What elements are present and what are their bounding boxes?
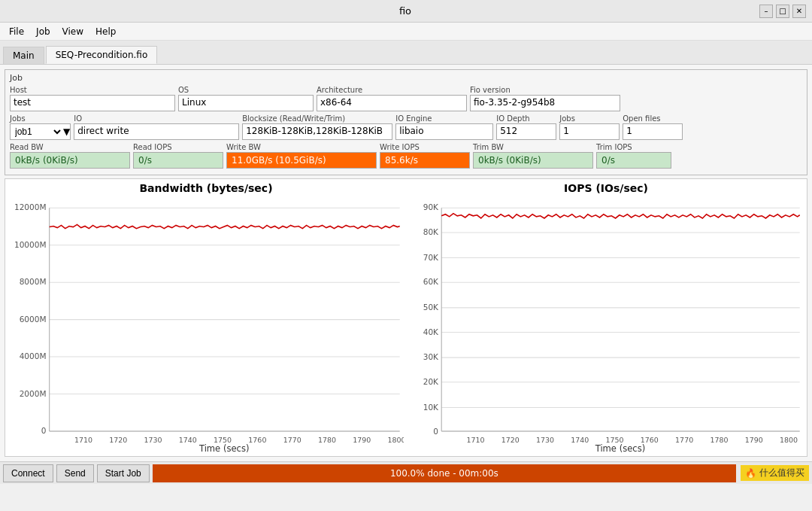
io-label: IO xyxy=(74,114,239,123)
svg-text:1730: 1730 xyxy=(536,436,554,444)
svg-text:1720: 1720 xyxy=(501,436,520,444)
svg-text:8000M: 8000M xyxy=(20,277,47,286)
jobs-dropdown-group: Jobs job1 ▼ xyxy=(10,114,71,140)
openfiles-group: Open files 1 xyxy=(623,114,683,140)
blocksize-group: Blocksize (Read/Write/Trim) 128KiB-128Ki… xyxy=(242,114,392,140)
iops-chart-title: IOPS (IOs/sec) xyxy=(564,182,648,194)
ioengine-input: libaio xyxy=(395,123,493,140)
fio-version-label: Fio version xyxy=(470,86,620,94)
svg-text:40K: 40K xyxy=(423,327,439,336)
svg-text:1790: 1790 xyxy=(745,436,763,444)
svg-text:0: 0 xyxy=(41,426,47,435)
svg-text:1780: 1780 xyxy=(710,436,728,444)
svg-text:12000M: 12000M xyxy=(14,202,47,211)
jobs2-input: 1 xyxy=(559,123,620,140)
svg-text:1760: 1760 xyxy=(248,436,266,444)
os-label: OS xyxy=(178,86,314,94)
field-row-2: Jobs job1 ▼ IO direct write Blocksize (R… xyxy=(10,114,802,140)
host-input: test xyxy=(10,95,175,111)
watermark-icon: 🔥 xyxy=(745,468,756,479)
svg-text:1790: 1790 xyxy=(353,436,371,444)
svg-text:1800: 1800 xyxy=(388,436,404,444)
svg-text:1730: 1730 xyxy=(144,436,162,444)
status-text: 100.0% done - 00m:00s xyxy=(390,468,498,479)
iodepth-label: IO Depth xyxy=(496,114,556,123)
write-bw-value: 11.0GB/s (10.5GiB/s) xyxy=(226,152,377,169)
svg-text:70K: 70K xyxy=(423,253,439,262)
os-input: Linux xyxy=(178,95,314,111)
stats-row: Read BW 0kB/s (0KiB/s) Read IOPS 0/s Wri… xyxy=(10,143,802,169)
ioengine-label: IO Engine xyxy=(395,114,493,123)
svg-text:1770: 1770 xyxy=(283,436,301,444)
menu-job[interactable]: Job xyxy=(30,25,56,38)
jobs2-group: Jobs 1 xyxy=(559,114,620,140)
tab-main[interactable]: Main xyxy=(3,47,44,64)
svg-text:6000M: 6000M xyxy=(20,315,47,324)
write-bw-label: Write BW xyxy=(226,143,377,151)
trim-iops-label: Trim IOPS xyxy=(596,143,671,151)
watermark: 🔥 什么值得买 xyxy=(741,465,809,481)
jobs-select[interactable]: job1 ▼ xyxy=(10,123,71,140)
menu-help[interactable]: Help xyxy=(89,25,122,38)
trim-bw-group: Trim BW 0kB/s (0KiB/s) xyxy=(473,143,593,169)
svg-text:1740: 1740 xyxy=(179,436,197,444)
svg-text:1740: 1740 xyxy=(571,436,589,444)
write-iops-group: Write IOPS 85.6k/s xyxy=(380,143,470,169)
bottom-bar: Connect Send Start Job 100.0% done - 00m… xyxy=(0,461,812,484)
svg-text:Time (secs): Time (secs) xyxy=(198,443,250,453)
jobs-select-input[interactable]: job1 xyxy=(11,124,63,139)
read-iops-label: Read IOPS xyxy=(133,143,223,151)
connect-button[interactable]: Connect xyxy=(3,464,53,482)
svg-text:1760: 1760 xyxy=(641,436,659,444)
menu-file[interactable]: File xyxy=(3,25,30,38)
svg-text:10K: 10K xyxy=(423,403,439,412)
svg-text:10000M: 10000M xyxy=(14,240,47,249)
tab-precondition[interactable]: SEQ-Precondition.fio xyxy=(46,46,158,64)
write-iops-value: 85.6k/s xyxy=(380,152,470,169)
trim-bw-value: 0kB/s (0KiB/s) xyxy=(473,152,593,169)
close-button[interactable]: ✕ xyxy=(792,5,806,18)
watermark-text: 什么值得买 xyxy=(759,467,804,479)
ioengine-group: IO Engine libaio xyxy=(395,114,493,140)
os-group: OS Linux xyxy=(178,86,314,111)
io-group: IO direct write xyxy=(74,114,239,140)
bw-chart-wrapper: 12000M 10000M 8000M 6000M 4000M 2000M 0 xyxy=(8,197,404,453)
window-controls: – □ ✕ xyxy=(759,5,806,18)
svg-text:1710: 1710 xyxy=(466,436,484,444)
iops-chart-wrapper: 90K 80K 70K 60K 50K 40K 30K 20K 10K 0 xyxy=(408,197,804,453)
bw-chart-container: Bandwidth (bytes/sec) 12000M 10000M 8000… xyxy=(8,182,404,453)
svg-text:1750: 1750 xyxy=(606,436,624,444)
svg-text:1780: 1780 xyxy=(318,436,336,444)
bw-chart-svg: 12000M 10000M 8000M 6000M 4000M 2000M 0 xyxy=(8,197,404,453)
charts-area: Bandwidth (bytes/sec) 12000M 10000M 8000… xyxy=(5,178,807,457)
start-job-button[interactable]: Start Job xyxy=(97,464,150,482)
arch-label: Architecture xyxy=(317,86,467,94)
svg-text:0: 0 xyxy=(433,427,438,436)
maximize-button[interactable]: □ xyxy=(776,5,789,18)
tabbar: Main SEQ-Precondition.fio xyxy=(0,41,812,65)
jobs2-label: Jobs xyxy=(559,114,620,123)
svg-text:1710: 1710 xyxy=(74,436,92,444)
svg-text:2000M: 2000M xyxy=(20,389,47,398)
svg-text:20K: 20K xyxy=(423,377,439,386)
blocksize-input: 128KiB-128KiB,128KiB-128KiB xyxy=(242,123,392,140)
iops-chart-svg: 90K 80K 70K 60K 50K 40K 30K 20K 10K 0 xyxy=(408,197,804,453)
svg-text:4000M: 4000M xyxy=(20,351,47,360)
svg-text:1770: 1770 xyxy=(675,436,693,444)
svg-text:1750: 1750 xyxy=(214,436,232,444)
field-row-1: Host test OS Linux Architecture x86-64 F… xyxy=(10,86,802,111)
bw-chart-title: Bandwidth (bytes/sec) xyxy=(139,182,272,194)
minimize-button[interactable]: – xyxy=(759,5,773,18)
blocksize-label: Blocksize (Read/Write/Trim) xyxy=(242,114,392,123)
send-button[interactable]: Send xyxy=(56,464,94,482)
write-iops-label: Write IOPS xyxy=(380,143,470,151)
arch-input: x86-64 xyxy=(317,95,467,111)
read-iops-value: 0/s xyxy=(133,152,223,169)
trim-bw-label: Trim BW xyxy=(473,143,593,151)
openfiles-label: Open files xyxy=(623,114,683,123)
menu-view[interactable]: View xyxy=(56,25,89,38)
fio-version-group: Fio version fio-3.35-2-g954b8 xyxy=(470,86,620,111)
dropdown-arrow-icon: ▼ xyxy=(63,126,70,137)
jobs-label: Jobs xyxy=(10,114,71,123)
svg-text:50K: 50K xyxy=(423,303,439,312)
